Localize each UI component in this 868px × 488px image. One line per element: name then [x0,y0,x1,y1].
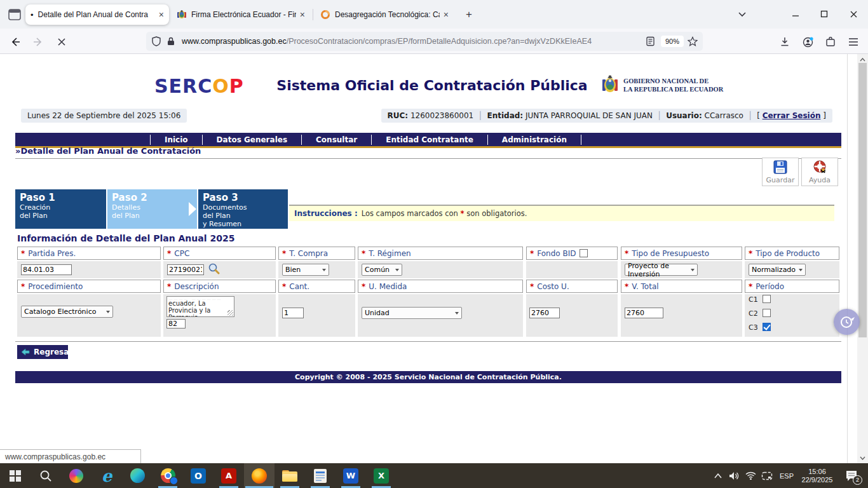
list-all-tabs-icon[interactable] [737,9,747,19]
menu-item-consultar[interactable]: Consultar [301,135,371,145]
u-medida-select[interactable]: Unidad [362,307,462,319]
entidad-value: JUNTA PARROQUIAL DE SAN JUAN [526,111,653,120]
tray-volume-icon[interactable] [726,463,742,488]
acrobat-icon[interactable]: A [214,463,244,488]
ecuador-emblem-favicon [177,10,187,20]
tray-wifi-icon[interactable] [742,463,759,488]
v-total-input[interactable] [625,308,663,318]
header-partida-pres: *Partida Pres. [17,247,161,260]
cpc-input[interactable] [167,264,204,275]
zoom-level-indicator[interactable]: 90% [661,36,684,47]
file-explorer-icon[interactable] [275,463,305,488]
periodo-c3-checkbox[interactable] [763,323,771,331]
address-bar[interactable]: www.compraspublicas.gob.ec/ProcesoContra… [146,32,703,51]
periodo-c1-label: C1 [749,295,758,304]
action-center-icon[interactable]: 2 [839,463,864,488]
taskbar-search-icon[interactable] [31,463,61,488]
notification-count-badge: 2 [853,475,862,485]
forward-button[interactable] [30,34,46,50]
stop-loading-icon[interactable] [53,34,70,50]
step-paso-3[interactable]: Paso 3 Documentos del Plan y Resumen [198,189,288,229]
menu-item-administracion[interactable]: Administración [487,135,581,145]
menu-item-inicio[interactable]: Inicio [150,135,202,145]
descripcion-code-input[interactable] [166,319,186,329]
ruc-value: 1260023860001 [410,111,473,120]
tab-desagregacion[interactable]: Desagregación Tecnológica: Cál × [315,4,454,25]
menu-item-entidad-contratante[interactable]: Entidad Contratante [371,135,487,145]
tracking-shield-icon[interactable] [151,36,161,46]
tab-close-icon[interactable]: × [300,10,305,19]
partida-pres-input[interactable] [21,264,72,275]
cpc-search-magnifier-icon[interactable] [208,262,220,274]
header-cpc: *CPC [163,247,276,260]
fondo-bid-checkbox[interactable] [580,249,588,257]
start-button[interactable] [0,463,31,488]
menu-hamburger-icon[interactable] [845,34,862,50]
copilot-icon[interactable] [61,463,92,488]
t-compra-select[interactable]: Bien [282,264,329,276]
tab-detalle-plan[interactable]: • Detalle del Plan Anual de Contra × [25,4,169,25]
divider [15,341,841,342]
firefox-view-icon[interactable] [8,8,22,22]
costo-u-input[interactable] [529,308,560,318]
internet-explorer-icon[interactable]: e [92,463,122,488]
back-button[interactable] [7,34,24,50]
tray-show-hidden-icons[interactable] [710,463,726,488]
step-paso-2-active[interactable]: Paso 2 Detalles del Plan [107,189,197,229]
step-paso-1[interactable]: Paso 1 Creación del Plan [15,189,106,229]
menu-item-datos-generales[interactable]: Datos Generales [202,135,301,145]
tray-date: 22/9/2025 [802,476,833,484]
firefox-icon-active[interactable] [244,463,275,488]
window-minimize-button[interactable] [786,6,805,22]
procedimiento-select[interactable]: Catalogo Electrónico [21,306,113,318]
back-arrow-icon [21,348,30,356]
new-tab-button[interactable]: + [461,8,477,23]
tab-close-icon[interactable]: × [444,10,449,19]
tray-clock[interactable]: 15:06 22/9/2025 [797,463,837,488]
edge-icon[interactable] [122,463,153,488]
url-text[interactable]: www.compraspublicas.gob.ec/ProcesoContra… [182,37,641,46]
regresar-button[interactable]: Regresar [17,345,68,359]
window-maximize-button[interactable] [815,6,834,22]
tipo-producto-select[interactable]: Normalizado [749,264,806,276]
logout-link[interactable]: Cerrar Sesión [763,111,821,120]
document-app-icon[interactable] [305,463,336,488]
scrollbar-thumb[interactable] [858,63,867,337]
word-icon[interactable]: W [336,463,366,488]
tab-title: Desagregación Tecnológica: Cál [335,10,440,19]
ayuda-button[interactable]: Ayuda [801,158,838,186]
government-banner: GOBIERNO NACIONAL DE LA REPUBLICA DEL EC… [600,74,723,96]
periodo-c1-checkbox[interactable] [763,295,771,303]
tray-language-indicator[interactable]: ESP [776,463,797,488]
tab-firma-electronica[interactable]: Firma Electrónica Ecuador - Firm × [172,4,310,25]
floating-timer-widget[interactable] [834,309,860,335]
url-path: /ProcesoContratacion/compras/EP/formDeta… [287,37,592,46]
tab-close-icon[interactable]: × [159,10,164,19]
instructions-label: Instrucciones : [294,209,358,218]
outlook-icon[interactable]: O [183,463,214,488]
tray-device-icon[interactable] [759,463,775,488]
periodo-c2-checkbox[interactable] [763,309,771,317]
periodo-c3-label: C3 [749,323,758,332]
window-close-button[interactable] [844,6,863,22]
orange-ring-favicon [320,10,330,20]
excel-icon[interactable]: X [366,463,397,488]
cant-input[interactable] [282,308,304,318]
chrome-icon[interactable] [153,463,183,488]
guardar-button[interactable]: Guardar [762,158,799,186]
t-regimen-select[interactable]: Común [362,264,402,276]
bookmark-star-icon[interactable] [688,36,698,46]
scroll-down-arrow[interactable] [857,452,868,463]
government-banner-text: GOBIERNO NACIONAL DE LA REPUBLICA DEL EC… [623,77,723,93]
lock-icon[interactable] [166,36,177,46]
extensions-icon[interactable] [822,34,839,50]
downloads-icon[interactable] [776,34,793,50]
descripcion-textarea[interactable]: ‒‒‒‒ ‒‒‒‒‒‒ ‒‒ ecuador, La Provincia y l… [166,296,234,317]
textarea-resize-handle[interactable] [227,310,233,316]
reader-mode-icon[interactable] [646,36,656,46]
chrome-profile-badge [170,477,178,485]
account-icon[interactable] [799,34,816,50]
section-title: Información de Detalle del Plan Anual 20… [17,233,234,243]
tipo-presupuesto-select[interactable]: Proyecto de Inversión [625,264,698,276]
tab-separator [313,9,313,20]
